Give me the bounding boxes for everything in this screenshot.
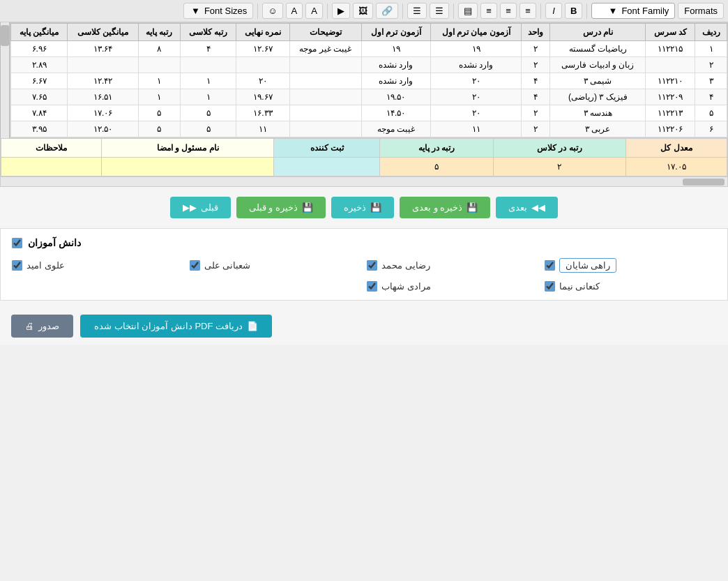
emoji-button[interactable]: ☺ bbox=[262, 3, 282, 19]
table-cell: ۱۶.۵۱ bbox=[68, 89, 138, 105]
student-checkbox[interactable] bbox=[545, 260, 555, 271]
align-justify-button[interactable]: ▤ bbox=[458, 3, 478, 19]
formats-button[interactable]: Formats bbox=[678, 3, 724, 19]
table-cell: ۱۱۲۲۰۶ bbox=[646, 121, 695, 137]
vertical-scrollbar[interactable] bbox=[0, 22, 10, 138]
col-header-term1: آزمون ترم اول bbox=[361, 24, 430, 41]
print-button[interactable]: صدور 🖨 bbox=[11, 315, 73, 338]
font-sizes-selector[interactable]: Font Sizes ▼ bbox=[183, 3, 253, 19]
font-family-label: Font Family bbox=[621, 6, 669, 16]
pdf-button[interactable]: 📄 دریافت PDF دانش آموزان انتخاب شده bbox=[80, 315, 272, 338]
table-cell: ۴ bbox=[522, 89, 550, 105]
bold-button[interactable]: B bbox=[565, 3, 582, 19]
prev-icon: ▶▶ bbox=[183, 202, 197, 213]
student-checkbox[interactable] bbox=[12, 260, 22, 271]
col-header-class-avg: میانگین کلاسی bbox=[68, 24, 138, 41]
col-header-code: کد سرس bbox=[646, 24, 695, 41]
pdf-label: دریافت PDF دانش آموزان انتخاب شده bbox=[94, 321, 243, 331]
table-row: ۱۱۱۲۲۱۵ریاضیات گسسته۲۱۹۱۹غیبت غیر موجه۱۲… bbox=[11, 41, 727, 57]
table-row: ۲زبان و ادبیات فارسی۲وارد نشدهوارد نشده۲… bbox=[11, 57, 727, 73]
font-bg-button[interactable]: A bbox=[286, 3, 303, 19]
align-right-button[interactable]: ≡ bbox=[480, 3, 497, 19]
students-select-all-checkbox[interactable] bbox=[12, 238, 22, 248]
col-header-class-rank: رتبه کلاسی bbox=[180, 24, 236, 41]
pdf-icon: 📄 bbox=[247, 321, 258, 331]
sum-col-class-rank: رتبه در کلاس bbox=[493, 139, 625, 158]
separator-5 bbox=[327, 3, 328, 19]
save-button[interactable]: 💾 ذخیره bbox=[331, 197, 394, 218]
ordered-list-button[interactable]: ☰ bbox=[407, 3, 427, 19]
student-name: کنعانی نیما bbox=[559, 281, 600, 292]
table-cell: ۲ bbox=[522, 105, 550, 121]
table-cell: ۵ bbox=[138, 105, 180, 121]
student-checkbox[interactable] bbox=[367, 281, 377, 292]
horizontal-scrollbar[interactable] bbox=[0, 177, 728, 187]
table-cell: ۲۰ bbox=[430, 73, 521, 89]
col-header-course: نام درس bbox=[550, 24, 646, 41]
grade-table-container: ردیف کد سرس نام درس واحد آزمون میان ترم … bbox=[10, 22, 728, 138]
table-cell: ۸ bbox=[138, 41, 180, 57]
table-cell: ۵ bbox=[138, 121, 180, 137]
table-cell: غیبت موجه bbox=[361, 121, 430, 137]
save-icon: 💾 bbox=[370, 202, 381, 213]
separator-1 bbox=[586, 3, 587, 19]
table-cell: ۱۱۲۲۱۳ bbox=[646, 105, 695, 121]
student-checkbox[interactable] bbox=[367, 260, 377, 271]
table-cell: ۱ bbox=[180, 89, 236, 105]
save-next-button[interactable]: 💾 ذخیره و بعدی bbox=[400, 197, 490, 218]
table-cell: ۱ bbox=[695, 41, 727, 57]
align-center-button[interactable]: ≡ bbox=[500, 3, 517, 19]
italic-button[interactable]: I bbox=[545, 3, 562, 19]
table-cell bbox=[289, 73, 361, 89]
table-row: ۴۱۱۲۲۰۹فیزیک ۳ (ریاضی)۴۲۰۱۹.۵۰۱۹.۶۷۱۱۱۶.… bbox=[11, 89, 727, 105]
save-prev-label: ذخیره و قبلی bbox=[249, 202, 298, 213]
table-cell: ۱۶.۳۳ bbox=[236, 105, 290, 121]
unordered-list-button[interactable]: ☰ bbox=[430, 3, 449, 19]
table-cell: ۱۷.۰۶ bbox=[68, 105, 138, 121]
table-cell: ۱۱ bbox=[430, 121, 521, 137]
table-cell: ۵ bbox=[180, 105, 236, 121]
sum-col-base-rank: رتبه در پایه bbox=[380, 139, 493, 158]
table-cell: ۶ bbox=[695, 121, 727, 137]
chevron-down-icon: ▼ bbox=[609, 6, 618, 16]
sum-val-remarks bbox=[1, 158, 102, 176]
save-prev-button[interactable]: 💾 ذخیره و قبلی bbox=[236, 197, 326, 218]
table-cell: ۶.۶۷ bbox=[11, 73, 68, 89]
sum-val-registrar bbox=[274, 158, 380, 176]
prev-label: قبلی bbox=[201, 202, 218, 213]
col-header-mid1: آزمون میان ترم اول bbox=[430, 24, 521, 41]
media-button[interactable]: ▶ bbox=[332, 3, 350, 19]
table-cell: ۷.۸۴ bbox=[11, 105, 68, 121]
font-family-selector[interactable]: Font Family ▼ bbox=[591, 3, 675, 19]
table-cell: ۲ bbox=[522, 121, 550, 137]
save-prev-icon: 💾 bbox=[302, 202, 313, 213]
table-cell: ۳ bbox=[695, 73, 727, 89]
table-cell: ۵ bbox=[695, 105, 727, 121]
save-next-icon: 💾 bbox=[467, 202, 478, 213]
student-name: علوی امید bbox=[26, 260, 65, 271]
table-cell bbox=[646, 57, 695, 73]
prev-button[interactable]: قبلی ▶▶ bbox=[170, 197, 231, 218]
table-cell: ۶.۹۶ bbox=[11, 41, 68, 57]
table-cell: وارد نشده bbox=[361, 57, 430, 73]
link-button[interactable]: 🔗 bbox=[376, 3, 398, 19]
image-button[interactable]: 🖼 bbox=[353, 3, 373, 19]
student-checkbox[interactable] bbox=[190, 260, 200, 271]
students-section: دانش آموزان راهی شایانرضایی محمدشعبانی ع… bbox=[0, 228, 728, 301]
table-cell: ۱ bbox=[138, 73, 180, 89]
table-cell bbox=[289, 89, 361, 105]
grade-table: ردیف کد سرس نام درس واحد آزمون میان ترم … bbox=[10, 23, 727, 137]
print-icon: 🖨 bbox=[25, 321, 34, 331]
align-left-button[interactable]: ≡ bbox=[520, 3, 536, 19]
col-header-final: نمره نهایی bbox=[236, 24, 290, 41]
next-button[interactable]: ◀◀ بعدی bbox=[496, 197, 558, 218]
table-cell: عربی ۳ bbox=[550, 121, 646, 137]
table-cell: ۱۹.۵۰ bbox=[361, 89, 430, 105]
student-checkbox[interactable] bbox=[545, 281, 555, 292]
table-cell bbox=[289, 57, 361, 73]
separator-6 bbox=[257, 3, 258, 19]
font-color-button[interactable]: A bbox=[305, 3, 323, 19]
student-item: راهی شایان bbox=[545, 258, 717, 273]
separator-2 bbox=[540, 3, 541, 19]
sum-val-responsible bbox=[102, 158, 274, 176]
